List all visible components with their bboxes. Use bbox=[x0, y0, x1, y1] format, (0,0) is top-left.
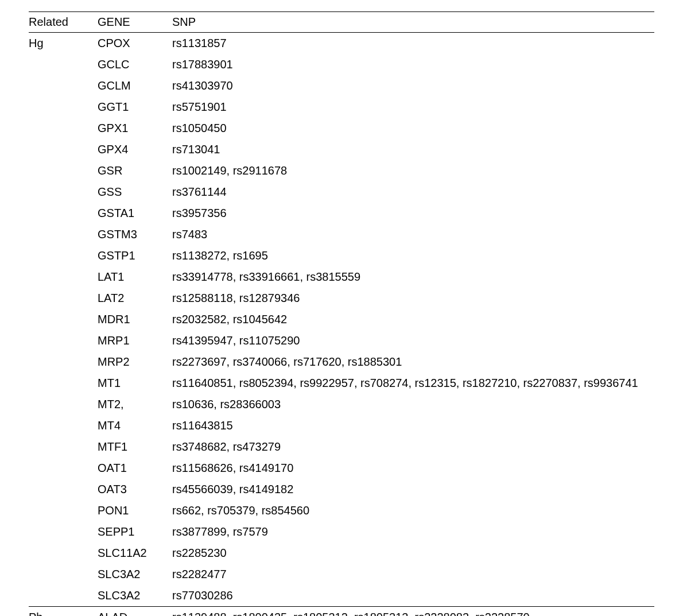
cell-snp: rs33914778, rs33916661, rs3815559 bbox=[172, 266, 654, 288]
cell-gene: MT2, bbox=[98, 394, 172, 415]
cell-gene: MRP2 bbox=[98, 351, 172, 373]
cell-related bbox=[29, 181, 98, 203]
cell-gene: ALAD bbox=[98, 607, 172, 617]
table-row: MRP2rs2273697, rs3740066, rs717620, rs18… bbox=[29, 351, 654, 373]
table-body: HgCPOXrs1131857GCLCrs17883901GCLMrs41303… bbox=[29, 33, 654, 617]
cell-gene: LAT1 bbox=[98, 266, 172, 288]
table-row: SLC3A2rs77030286 bbox=[29, 585, 654, 607]
cell-gene: SEPP1 bbox=[98, 521, 172, 543]
table-row: SLC3A2rs2282477 bbox=[29, 564, 654, 585]
table-row: PON1rs662, rs705379, rs854560 bbox=[29, 500, 654, 521]
cell-related bbox=[29, 436, 98, 458]
cell-gene: GGT1 bbox=[98, 96, 172, 118]
cell-related bbox=[29, 96, 98, 118]
table-row: PbALADrs1139488, rs1800435, rs1805312, r… bbox=[29, 607, 654, 617]
cell-gene: GPX4 bbox=[98, 139, 172, 160]
cell-gene: GSTM3 bbox=[98, 224, 172, 245]
cell-snp: rs77030286 bbox=[172, 585, 654, 607]
table-row: MT2,rs10636, rs28366003 bbox=[29, 394, 654, 415]
cell-snp: rs2273697, rs3740066, rs717620, rs188530… bbox=[172, 351, 654, 373]
table-row: GPX4rs713041 bbox=[29, 139, 654, 160]
table-row: GSTA1rs3957356 bbox=[29, 203, 654, 224]
cell-gene: GPX1 bbox=[98, 118, 172, 139]
cell-snp: rs2285230 bbox=[172, 543, 654, 564]
cell-gene: GCLC bbox=[98, 54, 172, 75]
cell-related bbox=[29, 266, 98, 288]
table-row: MDR1rs2032582, rs1045642 bbox=[29, 309, 654, 330]
header-related: Related bbox=[29, 12, 98, 33]
cell-snp: rs5751901 bbox=[172, 96, 654, 118]
cell-snp: rs11643815 bbox=[172, 415, 654, 436]
cell-gene: OAT1 bbox=[98, 458, 172, 479]
cell-snp: rs3957356 bbox=[172, 203, 654, 224]
cell-gene: GSR bbox=[98, 160, 172, 181]
cell-related: Hg bbox=[29, 33, 98, 55]
table-row: GSSrs3761144 bbox=[29, 181, 654, 203]
table-row: LAT1rs33914778, rs33916661, rs3815559 bbox=[29, 266, 654, 288]
cell-gene: LAT2 bbox=[98, 288, 172, 309]
cell-gene: MT1 bbox=[98, 373, 172, 394]
table-row: GCLCrs17883901 bbox=[29, 54, 654, 75]
cell-related bbox=[29, 500, 98, 521]
cell-related bbox=[29, 351, 98, 373]
cell-gene: MT4 bbox=[98, 415, 172, 436]
table-row: OAT3rs45566039, rs4149182 bbox=[29, 479, 654, 500]
table-row: GCLMrs41303970 bbox=[29, 75, 654, 96]
cell-related: Pb bbox=[29, 607, 98, 617]
cell-snp: rs3761144 bbox=[172, 181, 654, 203]
cell-snp: rs1131857 bbox=[172, 33, 654, 55]
table-row: GSTP1rs1138272, rs1695 bbox=[29, 245, 654, 266]
cell-snp: rs7483 bbox=[172, 224, 654, 245]
cell-related bbox=[29, 521, 98, 543]
cell-related bbox=[29, 309, 98, 330]
cell-related bbox=[29, 54, 98, 75]
cell-gene: GSS bbox=[98, 181, 172, 203]
cell-snp: rs1002149, rs2911678 bbox=[172, 160, 654, 181]
cell-related bbox=[29, 160, 98, 181]
cell-related bbox=[29, 224, 98, 245]
table-row: MTF1rs3748682, rs473279 bbox=[29, 436, 654, 458]
gene-snp-table: Related GENE SNP HgCPOXrs1131857GCLCrs17… bbox=[29, 11, 654, 616]
cell-gene: GSTP1 bbox=[98, 245, 172, 266]
cell-snp: rs11568626, rs4149170 bbox=[172, 458, 654, 479]
cell-related bbox=[29, 139, 98, 160]
cell-snp: rs10636, rs28366003 bbox=[172, 394, 654, 415]
cell-related bbox=[29, 585, 98, 607]
cell-related bbox=[29, 203, 98, 224]
cell-gene: MDR1 bbox=[98, 309, 172, 330]
cell-related bbox=[29, 75, 98, 96]
table-row: GSRrs1002149, rs2911678 bbox=[29, 160, 654, 181]
cell-gene: GSTA1 bbox=[98, 203, 172, 224]
cell-snp: rs17883901 bbox=[172, 54, 654, 75]
cell-related bbox=[29, 245, 98, 266]
cell-related bbox=[29, 288, 98, 309]
cell-gene: MTF1 bbox=[98, 436, 172, 458]
cell-snp: rs41303970 bbox=[172, 75, 654, 96]
table-header-row: Related GENE SNP bbox=[29, 12, 654, 33]
cell-snp: rs3748682, rs473279 bbox=[172, 436, 654, 458]
cell-related bbox=[29, 415, 98, 436]
table-row: LAT2rs12588118, rs12879346 bbox=[29, 288, 654, 309]
table-row: OAT1rs11568626, rs4149170 bbox=[29, 458, 654, 479]
cell-snp: rs662, rs705379, rs854560 bbox=[172, 500, 654, 521]
cell-snp: rs41395947, rs11075290 bbox=[172, 330, 654, 351]
table-row: GPX1rs1050450 bbox=[29, 118, 654, 139]
cell-gene: GCLM bbox=[98, 75, 172, 96]
cell-gene: OAT3 bbox=[98, 479, 172, 500]
table-row: MT4rs11643815 bbox=[29, 415, 654, 436]
table-row: HgCPOXrs1131857 bbox=[29, 33, 654, 55]
cell-related bbox=[29, 118, 98, 139]
cell-snp: rs3877899, rs7579 bbox=[172, 521, 654, 543]
table-row: MT1rs11640851, rs8052394, rs9922957, rs7… bbox=[29, 373, 654, 394]
cell-gene: PON1 bbox=[98, 500, 172, 521]
cell-related bbox=[29, 373, 98, 394]
table-row: GGT1rs5751901 bbox=[29, 96, 654, 118]
table-row: GSTM3rs7483 bbox=[29, 224, 654, 245]
cell-related bbox=[29, 458, 98, 479]
cell-snp: rs2282477 bbox=[172, 564, 654, 585]
cell-gene: SLC3A2 bbox=[98, 564, 172, 585]
header-snp: SNP bbox=[172, 12, 654, 33]
table-row: SLC11A2rs2285230 bbox=[29, 543, 654, 564]
cell-gene: MRP1 bbox=[98, 330, 172, 351]
cell-related bbox=[29, 330, 98, 351]
